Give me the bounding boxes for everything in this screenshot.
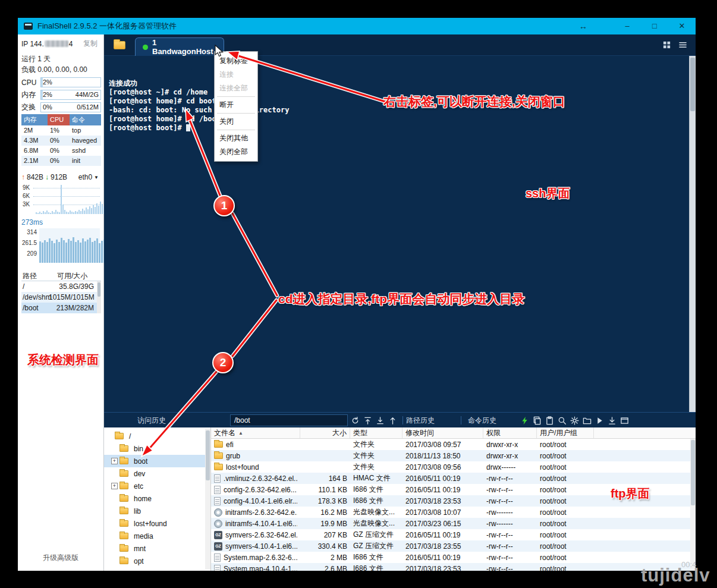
- watermark: tujidelv: [641, 565, 710, 586]
- window-icon[interactable]: [620, 416, 629, 425]
- open-connection-folder-icon[interactable]: [114, 41, 125, 49]
- disk-scrollbar[interactable]: [97, 281, 101, 313]
- disk-row[interactable]: /35.8G/39G: [21, 281, 101, 292]
- tree-scrollbar[interactable]: [205, 429, 210, 570]
- swap-meter: 交换 0% 0/512M: [21, 102, 101, 112]
- col-owner[interactable]: 用户/用户组: [537, 427, 594, 438]
- tree-item-lib[interactable]: lib: [104, 505, 210, 517]
- folder-icon: [120, 483, 128, 489]
- col-cpu[interactable]: CPU: [48, 114, 70, 125]
- copy-icon[interactable]: [533, 416, 542, 425]
- menu-item[interactable]: 关闭其他: [215, 131, 257, 145]
- file-row[interactable]: .vmlinuz-2.6.32-642.el...164 BHMAC 文件201…: [211, 473, 696, 484]
- col-type[interactable]: 类型: [350, 427, 402, 438]
- copy-ip-button[interactable]: 复制: [83, 39, 101, 49]
- file-row[interactable]: initramfs-2.6.32-642.e...16.2 MB光盘映像文...…: [211, 507, 696, 518]
- tree-item-mnt[interactable]: mnt: [104, 542, 210, 555]
- expander-icon[interactable]: +: [111, 458, 118, 464]
- process-row[interactable]: 2M1%top: [21, 125, 101, 136]
- folder-icon: [120, 495, 128, 502]
- interface-select[interactable]: eth0 ▼: [78, 173, 101, 181]
- menu-item: 连接全部: [215, 81, 257, 95]
- menu-item[interactable]: 断开: [215, 98, 257, 112]
- col-memory[interactable]: 内存: [21, 114, 48, 125]
- minimize-button[interactable]: –: [614, 18, 641, 34]
- file-row[interactable]: initramfs-4.10.4-1.el6...19.9 MB光盘映像文...…: [211, 518, 696, 529]
- file-row[interactable]: symvers-4.10.4-1.el6...330.4 KBGZ 压缩文件20…: [211, 540, 696, 552]
- col-filename[interactable]: 文件名 ▲: [211, 427, 300, 438]
- file-row[interactable]: grub文件夹2018/11/13 18:50drwxr-xr-xroot/ro…: [211, 450, 696, 461]
- clipboard-icon[interactable]: [545, 416, 554, 425]
- tree-item-root[interactable]: /: [104, 430, 210, 442]
- upload-line-icon[interactable]: [363, 416, 372, 425]
- tree-item-boot[interactable]: +boot: [104, 455, 210, 467]
- folder-open-icon[interactable]: [583, 416, 592, 425]
- process-row[interactable]: 4.3M0%haveged: [21, 136, 101, 146]
- folder-icon: [214, 464, 223, 470]
- tree-item-home[interactable]: home: [104, 492, 210, 505]
- menu-separator: [217, 130, 255, 130]
- ip-redacted-blur: [45, 40, 68, 47]
- menu-item[interactable]: 关闭全部: [215, 145, 257, 159]
- ssh-tab[interactable]: 1 BandwagonHost: [135, 37, 224, 56]
- command-history-button[interactable]: 命令历史: [468, 413, 496, 428]
- folder-icon: [120, 545, 128, 552]
- file-row[interactable]: efi文件夹2017/03/08 09:57drwxr-xr-xroot/roo…: [211, 439, 696, 450]
- col-avail-size[interactable]: 可用/大小: [49, 271, 101, 281]
- upload-arrow-icon[interactable]: [388, 416, 397, 425]
- file-row[interactable]: symvers-2.6.32-642.el...207 KBGZ 压缩文件201…: [211, 529, 696, 540]
- download-line-icon[interactable]: [376, 416, 385, 425]
- file-row[interactable]: System.map-2.6.32-6...2 MBI686 文件2016/05…: [211, 552, 696, 563]
- tree-item-etc[interactable]: +etc: [104, 480, 210, 492]
- process-row[interactable]: 6.8M0%sshd: [21, 146, 101, 156]
- tree-item-bin[interactable]: bin: [104, 442, 210, 455]
- annotation-ftp-note: ftp界面: [611, 486, 650, 502]
- tabbar: 1 BandwagonHost: [104, 34, 696, 56]
- expander-icon[interactable]: +: [111, 483, 118, 489]
- col-mtime[interactable]: 修改时间: [402, 427, 483, 438]
- maximize-button[interactable]: □: [641, 18, 668, 34]
- file-row[interactable]: System.map-4.10.4-1...2.6 MBI686 文件2017/…: [211, 563, 696, 571]
- ftp-tree: /bin+bootdev+etchomeliblost+foundmediamn…: [104, 430, 210, 567]
- upgrade-link[interactable]: 升级高级版: [18, 553, 103, 563]
- process-row[interactable]: 2.1M0%init: [21, 156, 101, 166]
- window-title: FinalShell 2.9.5.2 一体化服务器管理软件: [37, 21, 177, 32]
- download-icon[interactable]: [608, 416, 617, 425]
- lightning-icon[interactable]: [520, 416, 529, 425]
- disk-row[interactable]: /boot213M/282M: [21, 303, 101, 313]
- tree-item-media[interactable]: media: [104, 530, 210, 542]
- process-table-rows: 2M1%top4.3M0%haveged6.8M0%sshd2.1M0%init: [21, 125, 101, 166]
- screen: FinalShell 2.9.5.2 一体化服务器管理软件 ↔ – □ ✕ IP…: [0, 0, 717, 588]
- path-input[interactable]: /boot: [230, 414, 348, 426]
- titlebar[interactable]: FinalShell 2.9.5.2 一体化服务器管理软件 ↔ – □ ✕: [18, 18, 696, 34]
- tree-item-opt[interactable]: opt: [104, 555, 210, 567]
- refresh-icon[interactable]: [351, 416, 360, 425]
- visit-history-button[interactable]: 访问历史: [137, 413, 166, 428]
- disk-row[interactable]: /dev/shm1015M/1015M: [21, 292, 101, 303]
- toolbar-right-icons: [520, 413, 629, 428]
- folder-icon: [115, 433, 124, 439]
- gear-icon[interactable]: [570, 416, 579, 425]
- menu-item[interactable]: 关闭: [215, 115, 257, 128]
- terminal-scrollbar[interactable]: [689, 56, 696, 412]
- col-command[interactable]: 命令: [70, 114, 101, 125]
- list-view-button[interactable]: [678, 40, 687, 52]
- annotation-cd-note: cd进入指定目录,ftp界面会自动同步进入目录: [278, 291, 524, 307]
- col-size[interactable]: 大小: [300, 427, 350, 438]
- file-scrollbar[interactable]: [690, 439, 696, 571]
- search-icon[interactable]: [558, 416, 567, 425]
- terminal-cursor: [186, 124, 190, 131]
- memory-meter: 内存 2% 44M/2G: [21, 90, 101, 100]
- path-history-button[interactable]: 路径历史: [406, 413, 435, 428]
- col-permission[interactable]: 权限: [483, 427, 537, 438]
- tree-item-lost+found[interactable]: lost+found: [104, 517, 210, 530]
- tree-item-dev[interactable]: dev: [104, 467, 210, 480]
- play-icon[interactable]: [595, 416, 604, 425]
- folder-icon: [120, 558, 128, 564]
- network-header: ↑ 842B ↓ 912B eth0 ▼: [21, 173, 101, 181]
- close-button[interactable]: ✕: [668, 18, 696, 34]
- file-row[interactable]: lost+found文件夹2017/03/08 09:56drwx------r…: [211, 461, 696, 473]
- grid-view-button[interactable]: [662, 40, 671, 52]
- ping-chart: 314 261.5 209: [21, 228, 101, 263]
- col-path[interactable]: 路径: [21, 271, 49, 281]
